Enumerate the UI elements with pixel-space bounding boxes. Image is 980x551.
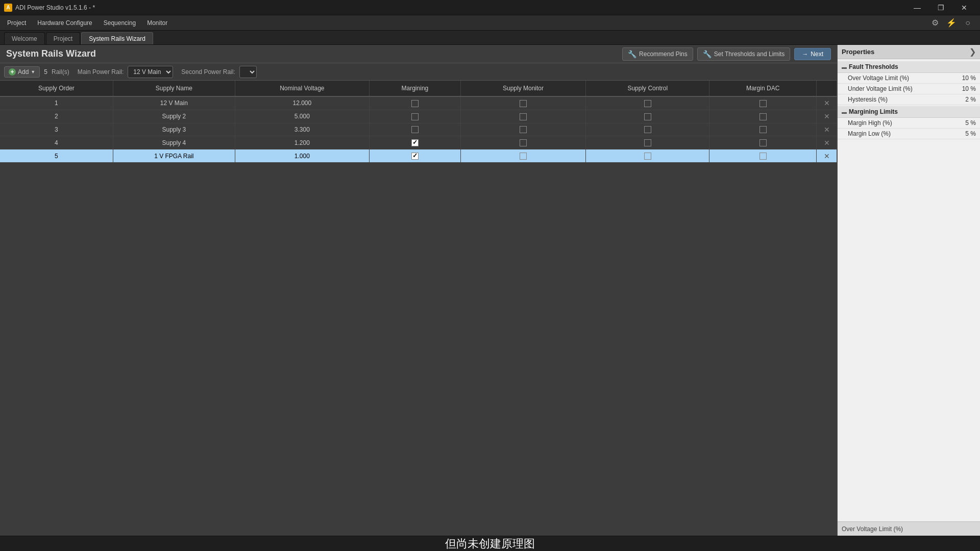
status-text: 但尚未创建原理图	[445, 536, 535, 552]
checkbox[interactable]	[411, 139, 419, 146]
col-supply-control: Supply Control	[586, 81, 709, 96]
checkbox[interactable]	[760, 113, 767, 120]
supply-control-cell[interactable]	[586, 96, 709, 110]
delete-row-button[interactable]: ✕	[817, 96, 837, 110]
second-power-rail-select[interactable]	[239, 66, 257, 78]
second-power-rail-label: Second Power Rail:	[181, 68, 235, 76]
checkbox[interactable]	[760, 153, 767, 160]
checkbox[interactable]	[644, 100, 651, 107]
col-nominal-voltage: Nominal Voltage	[235, 81, 369, 96]
checkbox[interactable]	[411, 113, 419, 120]
supply-order-cell: 4	[0, 136, 113, 149]
property-group-label: Fault Thresholds	[849, 63, 898, 70]
col-margining: Margining	[369, 81, 460, 96]
recommend-pins-button[interactable]: 🔧 Recommend Pins	[622, 47, 693, 61]
collapse-icon: ▬	[842, 109, 847, 115]
properties-collapse-button[interactable]: ❯	[969, 47, 976, 57]
checkbox[interactable]	[644, 153, 651, 160]
delete-row-button[interactable]: ✕	[817, 110, 837, 123]
property-group-fault-thresholds: ▬Fault ThresholdsOver Voltage Limit (%)1…	[838, 61, 980, 105]
nominal-voltage-cell: 1.000	[235, 149, 369, 163]
property-group-header-margining-limits[interactable]: ▬Margining Limits	[838, 106, 980, 118]
wizard-title: System Rails Wizard	[6, 48, 96, 59]
title-bar-left: A ADI Power Studio v1.5.1.6 - *	[4, 4, 95, 12]
margining-cell[interactable]	[369, 110, 460, 123]
table-row[interactable]: 51 V FPGA Rail1.000✕	[0, 149, 837, 163]
supply-monitor-cell[interactable]	[460, 136, 585, 149]
tab-welcome[interactable]: Welcome	[4, 32, 45, 44]
add-button[interactable]: + Add ▼	[4, 66, 40, 78]
nominal-voltage-cell: 5.000	[235, 110, 369, 123]
supply-control-cell[interactable]	[586, 123, 709, 136]
supply-monitor-cell[interactable]	[460, 96, 585, 110]
delete-row-button[interactable]: ✕	[817, 149, 837, 163]
supply-monitor-cell[interactable]	[460, 123, 585, 136]
checkbox[interactable]	[411, 153, 419, 160]
settings-icon[interactable]: ⚙	[929, 17, 941, 29]
wizard-header: System Rails Wizard 🔧 Recommend Pins 🔧 S…	[0, 45, 837, 63]
minimize-button[interactable]: —	[905, 0, 929, 15]
delete-row-button[interactable]: ✕	[817, 123, 837, 136]
delete-row-button[interactable]: ✕	[817, 136, 837, 149]
checkbox[interactable]	[520, 126, 527, 133]
nominal-voltage-cell: 12.000	[235, 96, 369, 110]
supply-control-cell[interactable]	[586, 136, 709, 149]
tab-project[interactable]: Project	[46, 32, 80, 44]
margin-dac-cell[interactable]	[709, 96, 817, 110]
margin-dac-cell[interactable]	[709, 149, 817, 163]
checkbox[interactable]	[644, 113, 651, 120]
add-circle-icon: +	[9, 68, 16, 76]
toolbar: + Add ▼ 5 Rail(s) Main Power Rail: 12 V …	[0, 63, 837, 81]
menu-sequencing[interactable]: Sequencing	[99, 17, 141, 29]
table-row[interactable]: 4Supply 41.200✕	[0, 136, 837, 149]
main-power-rail-label: Main Power Rail:	[78, 68, 124, 76]
margining-cell[interactable]	[369, 149, 460, 163]
menu-monitor[interactable]: Monitor	[142, 17, 173, 29]
checkbox[interactable]	[411, 100, 419, 107]
supply-control-cell[interactable]	[586, 149, 709, 163]
table-row[interactable]: 112 V Main12.000✕	[0, 96, 837, 110]
supply-order-cell: 5	[0, 149, 113, 163]
properties-bottom-label: Over Voltage Limit (%)	[838, 521, 980, 536]
supply-name-cell: 1 V FPGA Rail	[113, 149, 235, 163]
property-group-label: Margining Limits	[849, 108, 898, 115]
help-icon[interactable]: ○	[962, 17, 974, 29]
checkbox[interactable]	[520, 139, 527, 146]
property-row-hysteresis: Hysteresis (%)2 %	[838, 94, 980, 105]
table-row[interactable]: 2Supply 25.000✕	[0, 110, 837, 123]
tab-system-rails-wizard[interactable]: System Rails Wizard	[81, 32, 153, 44]
property-group-header-fault-thresholds[interactable]: ▬Fault Thresholds	[838, 61, 980, 73]
checkbox[interactable]	[760, 139, 767, 146]
supply-monitor-cell[interactable]	[460, 110, 585, 123]
checkbox[interactable]	[644, 126, 651, 133]
margining-cell[interactable]	[369, 96, 460, 110]
menu-project[interactable]: Project	[2, 17, 31, 29]
table-body: 112 V Main12.000✕2Supply 25.000✕3Supply …	[0, 96, 837, 163]
checkbox[interactable]	[644, 139, 651, 146]
menu-hardware-configure[interactable]: Hardware Configure	[32, 17, 97, 29]
main-power-rail-select[interactable]: 12 V Main	[128, 66, 173, 78]
checkbox[interactable]	[520, 100, 527, 107]
checkbox[interactable]	[520, 153, 527, 160]
checkbox[interactable]	[411, 126, 419, 133]
margin-dac-cell[interactable]	[709, 110, 817, 123]
margining-cell[interactable]	[369, 136, 460, 149]
margin-dac-cell[interactable]	[709, 123, 817, 136]
table-row[interactable]: 3Supply 33.300✕	[0, 123, 837, 136]
menu-bar-right: ⚙ ⚡ ○	[929, 17, 978, 29]
margining-cell[interactable]	[369, 123, 460, 136]
supply-order-cell: 2	[0, 110, 113, 123]
supply-monitor-cell[interactable]	[460, 149, 585, 163]
set-thresholds-button[interactable]: 🔧 Set Thresholds and Limits	[697, 47, 791, 61]
close-button[interactable]: ✕	[952, 0, 976, 15]
checkbox[interactable]	[760, 100, 767, 107]
restore-button[interactable]: ❐	[929, 0, 952, 15]
add-dropdown-icon: ▼	[31, 69, 35, 74]
margin-dac-cell[interactable]	[709, 136, 817, 149]
checkbox[interactable]	[760, 126, 767, 133]
wrench-icon: 🔧	[628, 50, 636, 58]
power-icon[interactable]: ⚡	[945, 17, 958, 29]
supply-control-cell[interactable]	[586, 110, 709, 123]
next-button[interactable]: → Next	[794, 48, 831, 60]
checkbox[interactable]	[520, 113, 527, 120]
